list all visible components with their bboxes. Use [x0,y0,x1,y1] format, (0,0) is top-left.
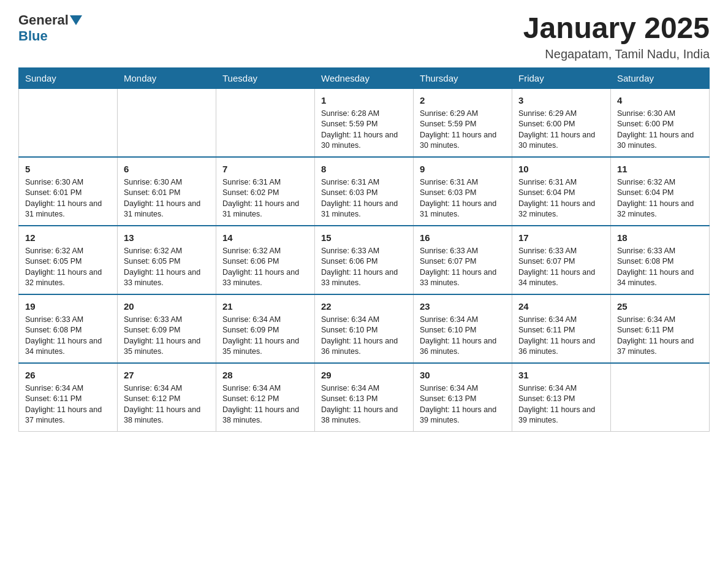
calendar-cell: 20Sunrise: 6:33 AMSunset: 6:09 PMDayligh… [118,294,216,363]
calendar-cell [611,363,710,432]
page-header: General Blue January 2025 Negapatam, Tam… [18,12,710,61]
day-info: Sunrise: 6:30 AMSunset: 6:01 PMDaylight:… [124,178,200,219]
day-number: 31 [518,369,604,381]
calendar-cell: 31Sunrise: 6:34 AMSunset: 6:13 PMDayligh… [512,363,611,432]
day-number: 11 [617,163,703,175]
calendar-cell [19,88,118,157]
header-friday: Friday [512,67,611,88]
day-info: Sunrise: 6:34 AMSunset: 6:12 PMDaylight:… [124,384,200,425]
day-info: Sunrise: 6:29 AMSunset: 6:00 PMDaylight:… [518,109,595,150]
day-number: 19 [25,300,111,313]
day-info: Sunrise: 6:31 AMSunset: 6:02 PMDaylight:… [222,178,299,219]
day-info: Sunrise: 6:33 AMSunset: 6:09 PMDaylight:… [124,315,200,356]
calendar-cell: 25Sunrise: 6:34 AMSunset: 6:11 PMDayligh… [611,294,710,363]
calendar-week-row: 5Sunrise: 6:30 AMSunset: 6:01 PMDaylight… [19,157,710,226]
calendar-cell: 22Sunrise: 6:34 AMSunset: 6:10 PMDayligh… [315,294,414,363]
day-number: 3 [518,94,604,107]
calendar-header-row: SundayMondayTuesdayWednesdayThursdayFrid… [19,67,710,88]
calendar-cell: 29Sunrise: 6:34 AMSunset: 6:13 PMDayligh… [315,363,414,432]
calendar-cell: 15Sunrise: 6:33 AMSunset: 6:06 PMDayligh… [315,226,414,294]
day-number: 23 [420,300,506,313]
calendar-cell: 9Sunrise: 6:31 AMSunset: 6:03 PMDaylight… [414,157,512,226]
day-info: Sunrise: 6:31 AMSunset: 6:03 PMDaylight:… [321,178,398,219]
day-info: Sunrise: 6:32 AMSunset: 6:04 PMDaylight:… [617,178,694,219]
day-info: Sunrise: 6:32 AMSunset: 6:05 PMDaylight:… [25,247,102,288]
header-monday: Monday [118,67,216,88]
calendar-cell: 28Sunrise: 6:34 AMSunset: 6:12 PMDayligh… [216,363,315,432]
day-number: 25 [617,300,703,313]
day-info: Sunrise: 6:34 AMSunset: 6:10 PMDaylight:… [420,315,496,356]
calendar-week-row: 1Sunrise: 6:28 AMSunset: 5:59 PMDaylight… [19,88,710,157]
logo-general-text: General [18,12,69,28]
logo-triangle-icon [70,15,82,25]
day-number: 15 [321,231,407,244]
calendar-week-row: 19Sunrise: 6:33 AMSunset: 6:08 PMDayligh… [19,294,710,363]
calendar-cell: 27Sunrise: 6:34 AMSunset: 6:12 PMDayligh… [118,363,216,432]
header-sunday: Sunday [19,67,118,88]
calendar-cell: 26Sunrise: 6:34 AMSunset: 6:11 PMDayligh… [19,363,118,432]
day-number: 13 [124,231,210,244]
day-info: Sunrise: 6:34 AMSunset: 6:13 PMDaylight:… [420,384,496,425]
day-info: Sunrise: 6:31 AMSunset: 6:03 PMDaylight:… [420,178,496,219]
day-number: 22 [321,300,407,313]
day-info: Sunrise: 6:33 AMSunset: 6:07 PMDaylight:… [420,247,496,288]
day-info: Sunrise: 6:34 AMSunset: 6:10 PMDaylight:… [321,315,398,356]
day-number: 10 [518,163,604,175]
calendar-cell: 30Sunrise: 6:34 AMSunset: 6:13 PMDayligh… [414,363,512,432]
day-number: 4 [617,94,703,107]
calendar-cell [216,88,315,157]
calendar-cell: 10Sunrise: 6:31 AMSunset: 6:04 PMDayligh… [512,157,611,226]
calendar-cell: 19Sunrise: 6:33 AMSunset: 6:08 PMDayligh… [19,294,118,363]
calendar-cell: 18Sunrise: 6:33 AMSunset: 6:08 PMDayligh… [611,226,710,294]
day-info: Sunrise: 6:32 AMSunset: 6:05 PMDaylight:… [124,247,200,288]
logo-blue-text: Blue [18,28,48,44]
day-number: 9 [420,163,506,175]
logo: General Blue [18,12,83,44]
calendar-cell: 21Sunrise: 6:34 AMSunset: 6:09 PMDayligh… [216,294,315,363]
day-number: 21 [222,300,308,313]
day-number: 2 [420,94,506,107]
day-info: Sunrise: 6:33 AMSunset: 6:07 PMDaylight:… [518,247,595,288]
day-number: 24 [518,300,604,313]
calendar-cell: 13Sunrise: 6:32 AMSunset: 6:05 PMDayligh… [118,226,216,294]
day-info: Sunrise: 6:34 AMSunset: 6:12 PMDaylight:… [222,384,299,425]
day-number: 29 [321,369,407,381]
day-number: 8 [321,163,407,175]
header-tuesday: Tuesday [216,67,315,88]
day-number: 6 [124,163,210,175]
calendar-cell: 6Sunrise: 6:30 AMSunset: 6:01 PMDaylight… [118,157,216,226]
day-number: 17 [518,231,604,244]
calendar-subtitle: Negapatam, Tamil Nadu, India [523,47,710,61]
header-saturday: Saturday [611,67,710,88]
calendar-cell: 14Sunrise: 6:32 AMSunset: 6:06 PMDayligh… [216,226,315,294]
calendar-cell: 8Sunrise: 6:31 AMSunset: 6:03 PMDaylight… [315,157,414,226]
day-info: Sunrise: 6:34 AMSunset: 6:11 PMDaylight:… [518,315,595,356]
day-info: Sunrise: 6:33 AMSunset: 6:08 PMDaylight:… [617,247,694,288]
calendar-cell: 24Sunrise: 6:34 AMSunset: 6:11 PMDayligh… [512,294,611,363]
day-info: Sunrise: 6:34 AMSunset: 6:13 PMDaylight:… [518,384,595,425]
header-thursday: Thursday [414,67,512,88]
day-info: Sunrise: 6:33 AMSunset: 6:08 PMDaylight:… [25,315,102,356]
calendar-cell: 12Sunrise: 6:32 AMSunset: 6:05 PMDayligh… [19,226,118,294]
day-number: 5 [25,163,111,175]
day-number: 1 [321,94,407,107]
calendar-cell: 7Sunrise: 6:31 AMSunset: 6:02 PMDaylight… [216,157,315,226]
calendar-cell: 23Sunrise: 6:34 AMSunset: 6:10 PMDayligh… [414,294,512,363]
calendar-cell: 2Sunrise: 6:29 AMSunset: 5:59 PMDaylight… [414,88,512,157]
day-number: 26 [25,369,111,381]
day-number: 18 [617,231,703,244]
calendar-cell: 16Sunrise: 6:33 AMSunset: 6:07 PMDayligh… [414,226,512,294]
day-info: Sunrise: 6:28 AMSunset: 5:59 PMDaylight:… [321,109,398,150]
calendar-cell [118,88,216,157]
day-number: 28 [222,369,308,381]
header-wednesday: Wednesday [315,67,414,88]
calendar-table: SundayMondayTuesdayWednesdayThursdayFrid… [18,67,710,432]
calendar-title: January 2025 [523,12,710,45]
day-info: Sunrise: 6:30 AMSunset: 6:00 PMDaylight:… [617,109,694,150]
day-number: 20 [124,300,210,313]
day-number: 14 [222,231,308,244]
calendar-week-row: 12Sunrise: 6:32 AMSunset: 6:05 PMDayligh… [19,226,710,294]
day-info: Sunrise: 6:34 AMSunset: 6:13 PMDaylight:… [321,384,398,425]
day-info: Sunrise: 6:31 AMSunset: 6:04 PMDaylight:… [518,178,595,219]
calendar-week-row: 26Sunrise: 6:34 AMSunset: 6:11 PMDayligh… [19,363,710,432]
